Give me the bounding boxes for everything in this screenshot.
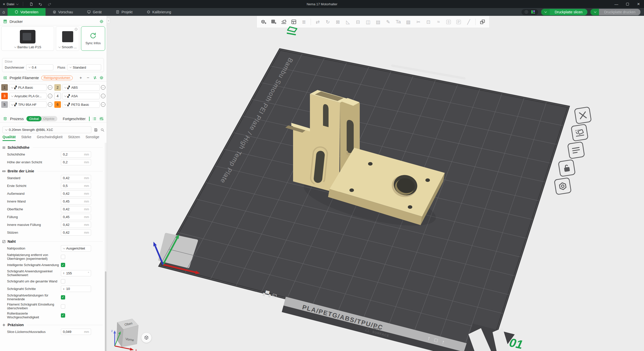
home-button[interactable]: ⌂: [0, 8, 8, 16]
remove-filament-button[interactable]: −: [86, 75, 91, 80]
setting-input[interactable]: 0,2mm: [61, 159, 91, 165]
view-settings-button[interactable]: [141, 333, 151, 343]
scale-button[interactable]: ⊠: [333, 17, 343, 27]
setting-spinner[interactable]: ▲▼155°: [61, 270, 91, 276]
setting-input[interactable]: 0,45mm: [61, 198, 91, 205]
tab-kalibrierung[interactable]: Kalibrierung: [140, 8, 178, 16]
setting-input[interactable]: 0,42mm: [61, 229, 91, 236]
filament-select[interactable]: ▞ABS: [62, 84, 100, 91]
setting-input[interactable]: 0,2mm: [61, 151, 91, 158]
tab-vorschau[interactable]: Vorschau: [46, 8, 80, 16]
place-on-face-button[interactable]: ◺: [343, 17, 353, 27]
add-plate-button[interactable]: [269, 17, 278, 27]
split-layers-button[interactable]: ≣: [299, 17, 309, 27]
spinner-arrows-icon[interactable]: ▲▼: [63, 288, 65, 290]
list-view-icon[interactable]: [92, 117, 97, 121]
view-mode-pill[interactable]: [521, 9, 538, 15]
setting-checkbox[interactable]: ✓: [61, 263, 65, 267]
filament-more-button[interactable]: ⋯: [101, 85, 105, 90]
print-plate-button[interactable]: Druckplatte drucken: [599, 9, 640, 15]
sidebar-scrollbar[interactable]: [105, 143, 107, 351]
filament-color-swatch[interactable]: 4: [54, 93, 61, 99]
filament-more-button[interactable]: ⋯: [101, 102, 105, 107]
filament-color-swatch[interactable]: 3: [1, 93, 8, 99]
redo-button[interactable]: [46, 1, 53, 7]
undo-button[interactable]: [37, 1, 44, 7]
process-preset-select[interactable]: 0.20mm Strength @BBL X1C: [3, 126, 91, 133]
delete-plate-button[interactable]: [574, 107, 592, 124]
process-tab-stärke[interactable]: Stärke: [21, 135, 31, 141]
process-tab-geschwindigkeit[interactable]: Geschwindigkeit: [37, 135, 63, 141]
move-button[interactable]: ⇄: [313, 17, 323, 27]
setting-checkbox[interactable]: ✓: [61, 313, 65, 318]
slice-options-button[interactable]: [541, 9, 550, 15]
flow-select[interactable]: Standard: [67, 64, 101, 70]
sync-infos-button[interactable]: Sync Infos: [81, 26, 105, 51]
info-icon[interactable]: [74, 28, 78, 31]
arrange-plate-button[interactable]: [567, 141, 585, 159]
setting-checkbox[interactable]: ✓: [61, 295, 65, 299]
filament-color-swatch[interactable]: 5: [1, 101, 8, 108]
sidebar-collapse-handle[interactable]: ‹: [107, 18, 110, 23]
plate-settings-button[interactable]: [554, 177, 572, 195]
printer-settings-gear-icon[interactable]: [99, 19, 104, 24]
viewport-3d[interactable]: Bambu Smooth PEI Plate / High Temp Plate…: [107, 16, 644, 351]
scope-global-pill[interactable]: Global: [26, 116, 42, 121]
lock-plate-button[interactable]: [558, 159, 576, 177]
scrollbar-thumb[interactable]: [105, 271, 106, 351]
setting-spinner[interactable]: ▲▼10: [61, 286, 91, 292]
filament-color-swatch[interactable]: 2: [54, 84, 61, 91]
cut-button[interactable]: ✂: [414, 17, 423, 27]
paint-button[interactable]: ✎: [383, 17, 393, 27]
sync-filament-icon[interactable]: [93, 76, 97, 80]
flush-volumes-button[interactable]: Reinigungsvolumen: [41, 76, 73, 80]
close-button[interactable]: ×: [633, 0, 644, 8]
tab-geraet[interactable]: Gerät: [80, 8, 109, 16]
plate-type-card[interactable]: Smooth ...: [56, 26, 79, 51]
split-to-parts-button[interactable]: ◫: [363, 17, 373, 27]
file-menu[interactable]: ≡ Datei: [3, 2, 18, 6]
setting-input[interactable]: 0,049mm: [61, 329, 91, 335]
text-button[interactable]: Ta: [393, 17, 403, 27]
add-object-button[interactable]: [259, 17, 268, 27]
filament-select[interactable]: ▞PETG Basic: [62, 101, 100, 108]
setting-input[interactable]: 0,42mm: [61, 190, 91, 197]
setting-input[interactable]: 0,42mm: [61, 206, 91, 212]
scope-objects-pill[interactable]: Objekte: [39, 116, 57, 121]
setting-input[interactable]: 0,42mm: [61, 175, 91, 181]
filament-more-button[interactable]: ⋯: [48, 85, 52, 90]
filament-more-button[interactable]: ⋯: [48, 94, 52, 98]
variable-layer-height-button[interactable]: ▤: [373, 17, 383, 27]
rotate-button[interactable]: ↻: [323, 17, 333, 27]
process-tab-sonstige[interactable]: Sonstige: [86, 135, 99, 141]
setting-input[interactable]: 0,42mm: [61, 222, 91, 228]
process-tab-stützen[interactable]: Stützen: [68, 135, 80, 141]
setting-input[interactable]: 0,45mm: [61, 214, 91, 220]
filament-select[interactable]: ▞ASA: [62, 93, 100, 99]
negative-part-button[interactable]: 0: [444, 17, 453, 27]
setting-checkbox[interactable]: [61, 279, 65, 283]
tab-vorbereiten[interactable]: Vorbereiten: [8, 8, 46, 16]
print-options-button[interactable]: [590, 9, 599, 15]
auto-orient-plate-button[interactable]: AUTO: [571, 124, 589, 142]
printer-card[interactable]: Bambu Lab P1S: [1, 26, 54, 51]
filament-more-button[interactable]: ⋯: [48, 102, 52, 107]
filament-select[interactable]: ▞PLA Basic: [9, 84, 47, 91]
save-preset-icon[interactable]: [94, 128, 98, 132]
layers-wave-button[interactable]: ≈: [434, 17, 443, 27]
setting-input[interactable]: 0,5mm: [61, 183, 91, 189]
nozzle-diameter-select[interactable]: 0.4: [26, 64, 53, 70]
new-project-button[interactable]: [28, 1, 35, 7]
support-paint-button[interactable]: ▨: [404, 17, 413, 27]
filament-color-swatch[interactable]: 1: [1, 84, 8, 91]
filament-settings-gear-icon[interactable]: [99, 76, 104, 80]
modifier-button[interactable]: P: [454, 17, 463, 27]
filament-select[interactable]: Anycubic PLA Gr...: [9, 93, 47, 99]
measure-button[interactable]: ╱: [464, 17, 473, 27]
minimize-button[interactable]: —: [611, 0, 622, 8]
process-tab-qualität[interactable]: Qualität: [3, 135, 16, 141]
setting-checkbox[interactable]: [61, 255, 65, 259]
navigation-cube[interactable]: Oben Vorne z x: [107, 316, 157, 351]
filament-more-button[interactable]: ⋯: [101, 94, 105, 98]
search-settings-icon[interactable]: [100, 128, 104, 132]
